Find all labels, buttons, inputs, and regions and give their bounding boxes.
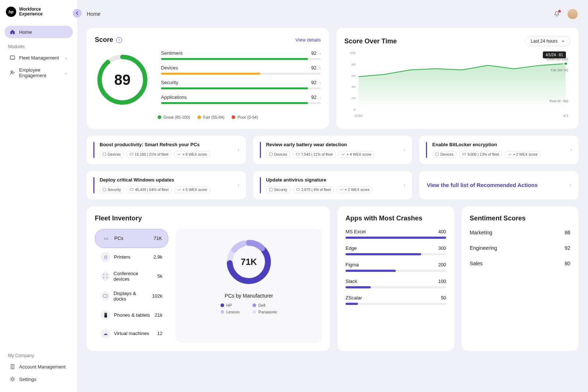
fleet-item-phones-tablets[interactable]: 📱Phones & tablets21k	[95, 306, 168, 324]
brand-text: Workforce Experience	[19, 7, 43, 17]
chevron-right-icon: ›	[319, 95, 321, 100]
sidebar-item-account-management[interactable]: Account Management	[4, 360, 73, 373]
legend-label: Dell	[258, 303, 265, 308]
sidebar-section-modules: Modules	[4, 42, 73, 51]
crash-value: 300	[438, 245, 446, 251]
legend-dot-icon	[252, 303, 256, 307]
fleet-item-printers[interactable]: ⎙Printers2.9k	[95, 248, 168, 266]
chevron-right-icon: ›	[319, 66, 321, 70]
fleet-title: Fleet Inventory	[95, 215, 322, 222]
metric-track	[161, 102, 321, 104]
recommendation-card[interactable]: Enable BitLocker encryption Devices 9,00…	[419, 136, 578, 164]
fleet-item-label: Conference devices	[114, 271, 154, 282]
svg-rect-21	[103, 188, 106, 191]
svg-text:0: 0	[354, 108, 356, 111]
chevron-right-icon: ›	[404, 183, 405, 188]
svg-text:80: 80	[351, 63, 355, 66]
recommendation-card[interactable]: Boost productivity: Smart Refresh your P…	[87, 136, 246, 164]
legend-label: HP	[226, 303, 232, 308]
sentiment-label: Engineering	[470, 245, 497, 251]
rec-category-pill: Security	[266, 186, 290, 193]
score-card: Score i View details 89 Sentiment92›Devi…	[87, 28, 329, 129]
rec-count-pill: 45,435 | 64% of fleet	[127, 186, 172, 193]
sidebar-item-employee-engagement[interactable]: Employee Engagement⌄	[4, 64, 73, 82]
fleet-item-pcs[interactable]: ▭PCs71K	[95, 229, 168, 248]
score-metric-row[interactable]: Applications92›	[161, 94, 321, 104]
user-avatar[interactable]	[567, 8, 578, 20]
chevron-right-icon: ›	[319, 80, 321, 85]
score-title: Score	[95, 36, 113, 44]
accent-bar	[260, 142, 261, 158]
sidebar-item-home[interactable]: Home	[4, 26, 73, 38]
rec-wex-pill: + 2 WEX score	[505, 151, 541, 158]
recommendation-card[interactable]: Review early battery wear detection Devi…	[253, 136, 412, 164]
rec-title: Enable BitLocker encryption	[432, 142, 567, 148]
donut-legend-item: Panasonic	[252, 310, 277, 314]
view-details-link[interactable]: View details	[295, 37, 321, 43]
score-metric-row[interactable]: Sentiment92›	[161, 50, 321, 60]
svg-point-3	[11, 378, 14, 380]
recommendation-card[interactable]: Deploy critical Windows updates Security…	[87, 171, 246, 199]
rec-title: Deploy critical Windows updates	[100, 177, 234, 183]
crash-row: Figma200	[345, 262, 446, 272]
metric-label: Security	[161, 80, 178, 85]
svg-text:20: 20	[351, 97, 355, 100]
fleet-item-label: Printers	[114, 254, 130, 260]
recommendation-card[interactable]: Update antivirus signature Security 2,87…	[253, 171, 412, 199]
metric-label: Devices	[161, 65, 178, 71]
module-icon	[10, 70, 15, 76]
rec-title: Review early battery wear detection	[266, 142, 401, 148]
rec-category-pill: Devices	[100, 151, 124, 158]
fleet-item-displays-docks[interactable]: 🖵Displays & docks102k	[95, 286, 168, 306]
sidebar-item-settings[interactable]: Settings	[4, 373, 73, 385]
svg-text:100: 100	[349, 51, 356, 55]
sidebar-collapse-button[interactable]	[73, 9, 82, 18]
donut-legend-item: HP	[220, 303, 245, 308]
svg-rect-20	[463, 153, 466, 155]
sidebar-item-label: Settings	[19, 377, 36, 382]
sidebar-item-fleet-management[interactable]: Fleet Management⌄	[4, 51, 73, 64]
svg-rect-22	[130, 188, 133, 190]
sidebar-item-label: Home	[19, 29, 32, 35]
donut-center-value: 71K	[223, 236, 275, 288]
svg-rect-23	[269, 188, 272, 191]
crash-row: Slack100	[345, 278, 446, 288]
svg-text:40: 40	[351, 85, 355, 89]
rec-wex-pill: + 2 WEX score	[337, 186, 372, 193]
fleet-item-icon: 📱	[101, 310, 110, 320]
band-fair-label: Fair (60-79)	[551, 68, 568, 72]
rec-category-pill: Devices	[266, 151, 290, 158]
view-full-list-card[interactable]: View the full list of Recommended Action…	[419, 171, 578, 199]
legend-dot-icon	[220, 303, 224, 307]
chevron-right-icon: ›	[319, 51, 321, 55]
crash-app-label: Slack	[345, 278, 357, 284]
fleet-item-count: 71K	[154, 235, 162, 241]
sidebar: hp Workforce Experience Home Modules Fle…	[0, 0, 77, 392]
band-great-label: Great (80-100)	[546, 57, 568, 61]
score-metric-row[interactable]: Security92›	[161, 80, 321, 89]
fleet-item-conference-devices[interactable]: ⛶Conference devices5k	[95, 266, 168, 286]
chevron-right-icon: ›	[238, 147, 239, 152]
sidebar-item-label: Fleet Management	[19, 55, 59, 61]
time-range-dropdown[interactable]: Last 24 hours	[525, 36, 570, 46]
legend-label: Fair (55-84)	[203, 115, 224, 119]
fleet-item-virtual-machines[interactable]: ☁Virtual machines12	[95, 324, 168, 343]
crash-app-label: MS Excel	[345, 229, 366, 234]
score-metric-row[interactable]: Devices92›	[161, 65, 321, 75]
metric-value: 92	[311, 50, 316, 56]
info-icon[interactable]: i	[116, 37, 122, 43]
svg-text:3/30: 3/30	[354, 114, 363, 118]
crash-track	[345, 303, 446, 305]
svg-point-1	[11, 71, 13, 73]
home-icon	[10, 29, 15, 35]
crash-value: 200	[438, 262, 446, 267]
legend-label: Lenovo	[226, 310, 240, 314]
notifications-button[interactable]	[553, 11, 560, 17]
metric-track	[161, 87, 321, 89]
chevron-down-icon	[561, 39, 565, 43]
crash-track	[345, 286, 446, 288]
svg-rect-19	[435, 153, 438, 156]
metric-label: Sentiment	[161, 50, 183, 56]
sot-title: Score Over Time	[344, 37, 397, 45]
metric-track	[161, 73, 321, 75]
